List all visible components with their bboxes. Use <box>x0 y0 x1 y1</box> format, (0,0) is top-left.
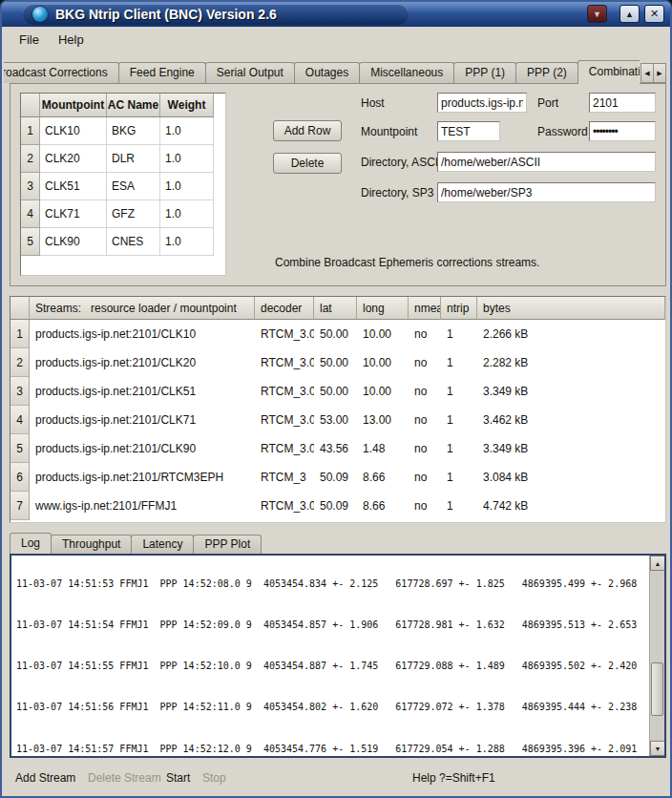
maximize-button[interactable]: ▲ <box>620 5 640 23</box>
cell-mountpoint[interactable]: products.igs-ip.net:2101/CLK51 <box>30 377 255 406</box>
cell-long[interactable]: 8.66 <box>357 492 409 520</box>
cell-ac-name[interactable]: CNES <box>107 228 160 256</box>
tab-ppp-1[interactable]: PPP (1) <box>453 62 516 83</box>
cell-nmea[interactable]: no <box>409 406 441 434</box>
cell-ac-name[interactable]: ESA <box>107 173 160 200</box>
cell-weight[interactable]: 1.0 <box>160 228 214 256</box>
stream-row[interactable]: 7 www.igs-ip.net:2101/FFMJ1 RTCM_3.0 50.… <box>10 492 665 520</box>
cell-decoder[interactable]: RTCM_3.0 <box>255 434 314 463</box>
cell-ac-name[interactable]: BKG <box>107 117 160 145</box>
col-header-ac-name[interactable]: AC Name <box>107 94 160 117</box>
delete-button[interactable]: Delete <box>273 153 342 174</box>
host-input[interactable] <box>437 93 527 113</box>
cell-long[interactable]: 10.00 <box>357 377 409 406</box>
col-header-lat[interactable]: lat <box>314 297 357 320</box>
cell-ntrip[interactable]: 1 <box>441 492 477 520</box>
log-view[interactable]: 11-03-07 14:51:53 FFMJ1 PPP 14:52:08.0 9… <box>10 554 666 758</box>
stream-row[interactable]: 2 products.igs-ip.net:2101/CLK20 RTCM_3.… <box>10 348 665 377</box>
cell-bytes[interactable]: 3.349 kB <box>477 377 665 406</box>
port-input[interactable] <box>589 93 656 113</box>
cell-bytes[interactable]: 3.349 kB <box>477 434 665 463</box>
cell-mountpoint[interactable]: products.igs-ip.net:2101/CLK10 <box>30 320 255 348</box>
cell-mountpoint[interactable]: www.igs-ip.net:2101/FFMJ1 <box>30 492 255 520</box>
scroll-up-icon[interactable]: ▲ <box>650 556 665 571</box>
tab-combination[interactable]: Combination <box>578 60 640 84</box>
cell-nmea[interactable]: no <box>409 348 441 377</box>
cell-ac-name[interactable]: DLR <box>107 145 160 173</box>
cell-decoder[interactable]: RTCM_3 <box>255 463 314 492</box>
tab-ppp-2[interactable]: PPP (2) <box>515 62 578 83</box>
tab-feed-engine[interactable]: Feed Engine <box>118 62 206 83</box>
cell-lat[interactable]: 50.09 <box>314 463 357 492</box>
cell-weight[interactable]: 1.0 <box>160 145 214 173</box>
table-row[interactable]: 5 CLK90 CNES 1.0 <box>21 228 225 256</box>
cell-mountpoint[interactable]: CLK51 <box>40 173 107 200</box>
stream-row[interactable]: 4 products.igs-ip.net:2101/CLK71 RTCM_3.… <box>10 406 665 434</box>
cell-lat[interactable]: 50.00 <box>314 377 357 406</box>
dir-sp3-input[interactable] <box>437 182 656 202</box>
close-button[interactable]: ✕ <box>644 5 664 23</box>
cell-nmea[interactable]: no <box>409 492 441 520</box>
stream-row[interactable]: 1 products.igs-ip.net:2101/CLK10 RTCM_3.… <box>10 320 665 348</box>
cell-long[interactable]: 13.00 <box>357 406 409 434</box>
streams-table[interactable]: Streams: resource loader / mountpoint de… <box>10 296 666 523</box>
cell-nmea[interactable]: no <box>409 377 441 406</box>
col-header-weight[interactable]: Weight <box>160 94 214 117</box>
start-button[interactable]: Start <box>166 771 190 785</box>
cell-bytes[interactable]: 3.462 kB <box>477 406 665 434</box>
cell-ntrip[interactable]: 1 <box>441 463 477 492</box>
cell-mountpoint[interactable]: products.igs-ip.net:2101/CLK90 <box>30 434 255 463</box>
mountpoint-input[interactable] <box>437 121 500 141</box>
menu-file[interactable]: File <box>10 29 49 51</box>
stream-row[interactable]: 6 products.igs-ip.net:2101/RTCM3EPH RTCM… <box>10 463 665 492</box>
cell-bytes[interactable]: 2.282 kB <box>477 348 665 377</box>
cell-bytes[interactable]: 4.742 kB <box>477 492 665 520</box>
cell-lat[interactable]: 43.56 <box>314 434 357 463</box>
tab-ppp-plot[interactable]: PPP Plot <box>193 535 262 554</box>
cell-mountpoint[interactable]: products.igs-ip.net:2101/CLK20 <box>30 348 255 377</box>
table-row[interactable]: 3 CLK51 ESA 1.0 <box>21 173 225 200</box>
cell-decoder[interactable]: RTCM_3.0 <box>255 406 314 434</box>
menu-help[interactable]: Help <box>49 29 94 51</box>
cell-lat[interactable]: 53.00 <box>314 406 357 434</box>
cell-nmea[interactable]: no <box>409 463 441 492</box>
table-row[interactable]: 4 CLK71 GFZ 1.0 <box>21 200 225 228</box>
tab-serial-output[interactable]: Serial Output <box>205 62 295 83</box>
cell-ntrip[interactable]: 1 <box>441 377 477 406</box>
stream-row[interactable]: 3 products.igs-ip.net:2101/CLK51 RTCM_3.… <box>10 377 665 406</box>
scrollbar-thumb[interactable] <box>651 662 663 716</box>
tab-scroll-right-icon[interactable]: ▶ <box>653 63 666 83</box>
cell-lat[interactable]: 50.00 <box>314 348 357 377</box>
cell-decoder[interactable]: RTCM_3.0 <box>255 377 314 406</box>
cell-nmea[interactable]: no <box>409 434 441 463</box>
col-header-mountpoint[interactable]: Streams: resource loader / mountpoint <box>30 297 255 320</box>
cell-bytes[interactable]: 3.084 kB <box>477 463 665 492</box>
tab-miscellaneous[interactable]: Miscellaneous <box>359 62 454 83</box>
cell-decoder[interactable]: RTCM_3.0 <box>255 492 314 520</box>
cell-bytes[interactable]: 2.266 kB <box>477 320 665 348</box>
cell-ntrip[interactable]: 1 <box>441 348 477 377</box>
tab-throughput[interactable]: Throughput <box>51 535 132 554</box>
tab-outages[interactable]: Outages <box>294 62 360 83</box>
cell-mountpoint[interactable]: CLK90 <box>40 228 107 256</box>
table-row[interactable]: 2 CLK20 DLR 1.0 <box>21 145 225 173</box>
stream-row[interactable]: 5 products.igs-ip.net:2101/CLK90 RTCM_3.… <box>10 434 665 463</box>
dir-ascii-input[interactable] <box>437 152 656 172</box>
add-row-button[interactable]: Add Row <box>273 120 342 141</box>
cell-weight[interactable]: 1.0 <box>160 200 214 228</box>
cell-mountpoint[interactable]: CLK71 <box>40 200 107 228</box>
cell-mountpoint[interactable]: products.igs-ip.net:2101/RTCM3EPH <box>30 463 255 492</box>
cell-long[interactable]: 1.48 <box>357 434 409 463</box>
scroll-down-icon[interactable]: ▼ <box>650 741 665 756</box>
col-header-ntrip[interactable]: ntrip <box>441 297 477 320</box>
tab-broadcast-corrections[interactable]: Broadcast Corrections <box>4 62 119 83</box>
tab-log[interactable]: Log <box>10 533 52 554</box>
cell-long[interactable]: 8.66 <box>357 463 409 492</box>
cell-ntrip[interactable]: 1 <box>441 320 477 348</box>
cell-mountpoint[interactable]: CLK20 <box>40 145 107 173</box>
cell-ntrip[interactable]: 1 <box>441 406 477 434</box>
tab-scroll-left-icon[interactable]: ◀ <box>640 63 654 83</box>
minimize-button[interactable]: ▼ <box>587 5 607 23</box>
col-header-bytes[interactable]: bytes <box>477 297 665 320</box>
col-header-decoder[interactable]: decoder <box>255 297 314 320</box>
